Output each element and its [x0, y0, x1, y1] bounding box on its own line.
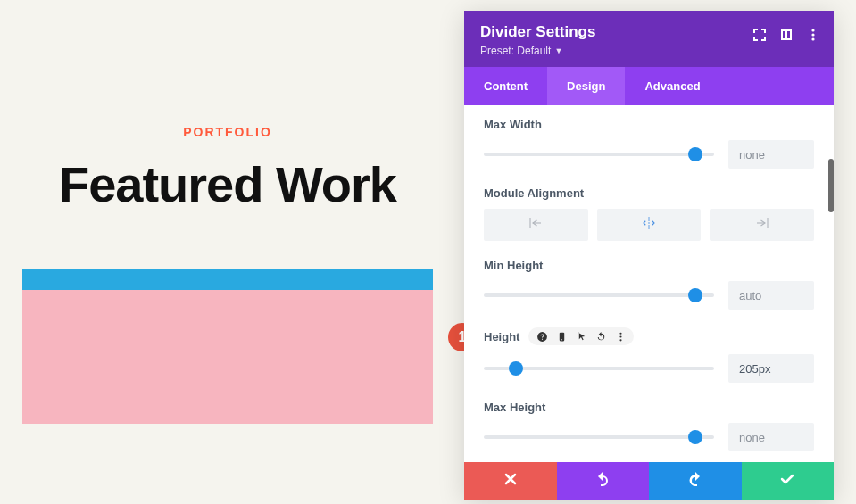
kebab-menu-icon[interactable] [805, 27, 821, 43]
max-width-slider[interactable] [484, 153, 714, 156]
max-width-label: Max Width [484, 118, 814, 131]
confirm-button[interactable] [742, 462, 835, 500]
min-height-slider[interactable] [484, 293, 714, 297]
svg-point-11 [619, 335, 621, 337]
page-preview: PORTFOLIO Featured Work [22, 125, 433, 424]
hover-cursor-icon[interactable] [575, 330, 587, 343]
align-right-icon [754, 215, 770, 235]
field-max-width: Max Width none [484, 118, 814, 169]
eyebrow-text: PORTFOLIO [22, 125, 433, 139]
close-icon [503, 472, 518, 490]
field-min-height: Min Height auto [484, 259, 814, 310]
reset-icon[interactable] [594, 330, 607, 343]
columns-icon[interactable] [778, 27, 794, 43]
preset-label: Preset: Default [480, 45, 551, 57]
svg-point-10 [619, 332, 621, 334]
min-height-label: Min Height [484, 259, 814, 272]
alignment-label: Module Alignment [484, 186, 814, 200]
cancel-button[interactable] [464, 462, 557, 500]
alignment-group [484, 209, 814, 241]
svg-point-1 [811, 33, 814, 36]
align-right-button[interactable] [710, 209, 814, 241]
svg-point-12 [619, 339, 621, 341]
check-icon [780, 472, 794, 490]
max-width-thumb[interactable] [688, 147, 702, 161]
align-center-icon [641, 215, 657, 235]
settings-panel: Divider Settings Preset: Default ▼ Conte… [464, 11, 834, 500]
tab-design[interactable]: Design [547, 67, 625, 105]
panel-footer [464, 462, 834, 500]
field-max-height: Max Height none [484, 401, 814, 451]
tabs: Content Design Advanced [464, 67, 834, 105]
max-height-value[interactable]: none [728, 423, 814, 451]
max-height-thumb[interactable] [688, 430, 702, 444]
align-left-button[interactable] [484, 209, 588, 241]
field-height: Height 205px [484, 327, 814, 383]
height-label-row: Height [484, 327, 814, 345]
divider-preview-pink [22, 290, 433, 424]
undo-button[interactable] [557, 462, 650, 500]
height-slider[interactable] [484, 367, 714, 370]
more-icon[interactable] [614, 330, 627, 343]
height-thumb[interactable] [509, 361, 523, 376]
preset-dropdown[interactable]: Preset: Default ▼ [480, 45, 562, 57]
mobile-icon[interactable] [555, 330, 568, 343]
redo-button[interactable] [649, 462, 742, 500]
height-value[interactable]: 205px [728, 354, 814, 383]
align-left-icon [528, 215, 544, 235]
headline-text: Featured Work [22, 155, 433, 213]
chevron-down-icon: ▼ [554, 46, 562, 55]
panel-header: Divider Settings Preset: Default ▼ [464, 11, 834, 67]
tab-advanced[interactable]: Advanced [625, 67, 719, 105]
svg-point-0 [811, 29, 814, 31]
expand-icon[interactable] [752, 27, 768, 43]
svg-point-2 [811, 37, 814, 40]
help-icon[interactable] [536, 330, 548, 343]
align-center-button[interactable] [597, 209, 702, 241]
svg-point-9 [561, 339, 562, 340]
panel-header-actions [752, 27, 821, 43]
panel-body: Max Width none Module Alignment [464, 105, 834, 462]
max-height-label: Max Height [484, 401, 814, 414]
field-alignment: Module Alignment [484, 186, 814, 241]
max-width-value[interactable]: none [728, 140, 814, 169]
height-label: Height [484, 330, 519, 343]
min-height-value[interactable]: auto [728, 281, 814, 310]
undo-icon [595, 472, 610, 490]
min-height-thumb[interactable] [688, 288, 702, 302]
height-option-toolbar [528, 327, 634, 345]
redo-icon [688, 472, 702, 490]
divider-preview-blue [22, 269, 433, 290]
tab-content[interactable]: Content [464, 67, 547, 105]
max-height-slider[interactable] [484, 435, 714, 439]
